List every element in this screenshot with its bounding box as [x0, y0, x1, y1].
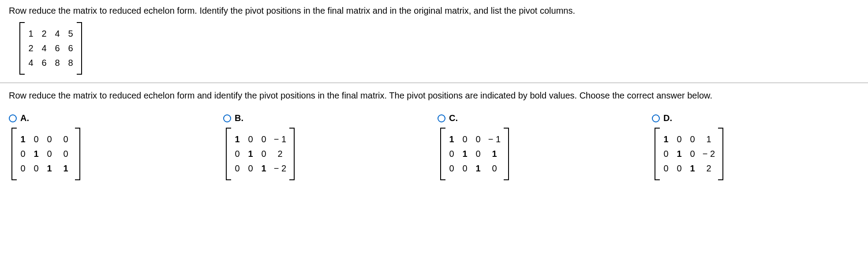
matrix-cell: 1: [475, 163, 482, 174]
matrix-body: 100001000011: [17, 128, 75, 180]
matrix-cell: 1: [46, 163, 53, 174]
matrix-cell: 0: [33, 163, 40, 174]
matrix-cell: 1: [702, 134, 715, 144]
matrix-cell: − 2: [702, 149, 715, 159]
matrix-cell: 0: [676, 134, 683, 144]
original-matrix: 124524664688: [19, 22, 82, 75]
bracket-right: [289, 128, 295, 180]
matrix-cell: 1: [234, 134, 241, 144]
bracket-right: [75, 128, 80, 180]
matrix-cell: − 1: [488, 134, 501, 144]
matrix-row: 0011: [19, 163, 72, 174]
matrix-cell: 8: [67, 58, 74, 68]
matrix-cell: 0: [689, 149, 696, 159]
matrix-body: 1001010− 20012: [660, 128, 718, 180]
matrix-body: 100− 10102001− 2: [231, 128, 289, 180]
matrix-cell: 1: [689, 163, 696, 174]
matrix-row: 1245: [27, 29, 74, 39]
radio-icon[interactable]: [9, 114, 17, 122]
option-c-label: C.: [449, 113, 458, 123]
matrix-cell: − 1: [273, 134, 287, 144]
option-c: C. 100− 101010010: [438, 113, 645, 182]
option-b-label: B.: [235, 113, 243, 123]
matrix-body: 100− 101010010: [445, 128, 504, 180]
option-d: D. 1001010− 20012: [652, 113, 859, 182]
bracket-left: [11, 128, 17, 180]
matrix-cell: 8: [54, 58, 61, 68]
matrix-cell: 2: [27, 43, 34, 53]
matrix-row: 0012: [662, 163, 715, 174]
matrix-cell: 0: [59, 134, 72, 144]
option-b-header[interactable]: B.: [223, 113, 430, 123]
matrix-cell: 0: [475, 149, 482, 159]
option-a-label: A.: [20, 113, 29, 123]
matrix-cell: 0: [475, 134, 482, 144]
matrix-body: 124524664688: [25, 22, 77, 75]
matrix-row: 001− 2: [234, 163, 287, 174]
matrix-cell: 0: [19, 149, 26, 159]
matrix-cell: 0: [448, 163, 455, 174]
option-b: B. 100− 10102001− 2: [223, 113, 430, 182]
matrix-cell: 2: [41, 29, 48, 39]
matrix-cell: 1: [19, 134, 26, 144]
matrix-cell: 1: [662, 134, 670, 144]
matrix-cell: 6: [67, 43, 74, 53]
matrix-row: 0100: [19, 149, 72, 159]
option-c-header[interactable]: C.: [438, 113, 645, 123]
matrix-cell: 0: [59, 149, 72, 159]
matrix-cell: 0: [260, 134, 267, 144]
options-row: A. 100001000011 B. 100− 10102001− 2 C. 1…: [9, 113, 859, 182]
radio-icon[interactable]: [223, 114, 231, 122]
option-c-matrix: 100− 101010010: [440, 128, 509, 180]
matrix-cell: 0: [260, 149, 267, 159]
matrix-row: 1001: [662, 134, 715, 144]
question-text: Row reduce the matrix to reduced echelon…: [9, 4, 859, 17]
matrix-cell: 0: [247, 134, 254, 144]
matrix-row: 4688: [27, 58, 74, 68]
matrix-cell: 1: [59, 163, 72, 174]
bracket-right: [718, 128, 723, 180]
matrix-row: 100− 1: [448, 134, 501, 144]
option-a: A. 100001000011: [9, 113, 216, 182]
matrix-row: 1000: [19, 134, 72, 144]
option-a-matrix: 100001000011: [11, 128, 80, 180]
bracket-left: [440, 128, 445, 180]
radio-icon[interactable]: [438, 114, 445, 122]
matrix-cell: 0: [46, 134, 53, 144]
option-d-header[interactable]: D.: [652, 113, 859, 123]
matrix-cell: 6: [41, 58, 48, 68]
matrix-cell: 0: [676, 163, 683, 174]
matrix-row: 100− 1: [234, 134, 287, 144]
matrix-cell: 4: [41, 43, 48, 53]
option-a-header[interactable]: A.: [9, 113, 216, 123]
bracket-right: [77, 22, 82, 75]
matrix-cell: 0: [448, 149, 455, 159]
matrix-cell: 2: [273, 149, 287, 159]
matrix-cell: 0: [662, 149, 670, 159]
matrix-row: 0102: [234, 149, 287, 159]
section-divider: [0, 83, 868, 83]
matrix-cell: 0: [46, 149, 53, 159]
matrix-cell: 6: [54, 43, 61, 53]
matrix-cell: 0: [234, 149, 241, 159]
matrix-cell: 1: [448, 134, 455, 144]
matrix-cell: 5: [67, 29, 74, 39]
matrix-row: 0101: [448, 149, 501, 159]
matrix-row: 010− 2: [662, 149, 715, 159]
matrix-cell: 1: [33, 149, 40, 159]
matrix-cell: 1: [247, 149, 254, 159]
sub-question-text: Row reduce the matrix to reduced echelon…: [9, 89, 859, 102]
matrix-cell: 4: [27, 58, 34, 68]
radio-icon[interactable]: [652, 114, 660, 122]
matrix-cell: 0: [488, 163, 501, 174]
matrix-cell: 0: [461, 163, 468, 174]
matrix-cell: 2: [702, 163, 715, 174]
bracket-left: [655, 128, 660, 180]
bracket-left: [226, 128, 231, 180]
matrix-row: 2466: [27, 43, 74, 53]
matrix-cell: 0: [33, 134, 40, 144]
matrix-cell: 1: [461, 149, 468, 159]
bracket-left: [19, 22, 25, 75]
matrix-cell: 0: [689, 134, 696, 144]
matrix-row: 0010: [448, 163, 501, 174]
